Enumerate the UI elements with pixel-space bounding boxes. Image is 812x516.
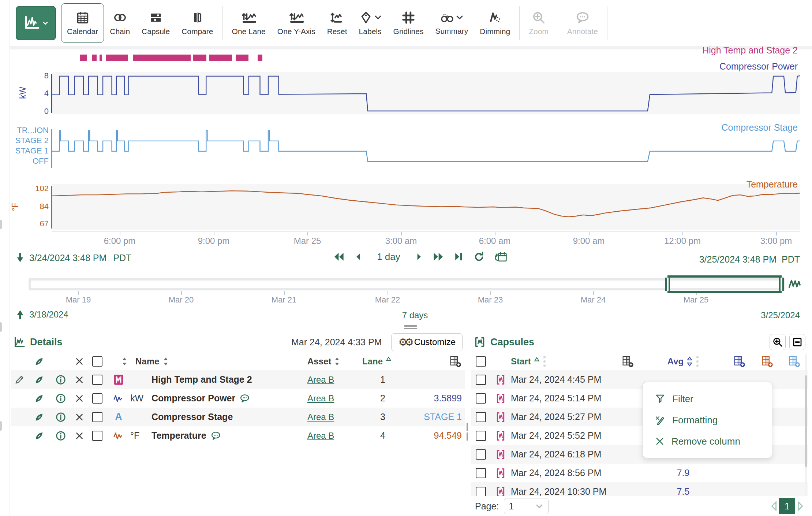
item-name[interactable]: Compressor Stage [151, 408, 307, 426]
toolbar-calendar[interactable]: Calendar [61, 3, 104, 43]
toolbar-summary[interactable]: Summary [429, 3, 474, 43]
lane-label-compressor-power[interactable]: Compressor Power [719, 61, 798, 72]
lane-series-compressor-power[interactable] [52, 72, 800, 114]
capsule-bar[interactable] [80, 55, 87, 61]
details-row-high-temp-and-stage-2[interactable]: High Temp and Stage 2 Area B 1 [11, 370, 465, 389]
edit-pencil-icon[interactable] [11, 370, 28, 389]
remove-item-icon[interactable] [71, 389, 88, 408]
toolbar-capsule[interactable]: Capsule [136, 3, 176, 43]
page-next-button[interactable] [797, 501, 804, 511]
annotation-icon[interactable] [240, 393, 251, 404]
capsule-checkbox[interactable] [476, 487, 486, 497]
customize-button[interactable]: ⚙⚙ Customize [391, 333, 463, 351]
arrow-down-icon[interactable] [15, 252, 25, 264]
send-item-icon[interactable] [28, 408, 50, 426]
left-rail-handle[interactable] [0, 220, 2, 229]
lane-series-temperature[interactable] [52, 184, 800, 230]
overview-signal-icon[interactable] [787, 278, 803, 290]
toolbar-zoom[interactable]: Zoom [523, 3, 554, 43]
column-header-name[interactable]: Name [130, 353, 307, 370]
investigate-start-text[interactable]: 3/18/2024 [29, 309, 68, 320]
range-start-text[interactable]: 3/24/2024 3:48 PM [29, 253, 106, 263]
row-checkbox[interactable] [92, 393, 102, 404]
refresh-icon[interactable] [473, 250, 485, 263]
selection-right-handle[interactable] [779, 278, 784, 291]
capsule-bar[interactable] [100, 55, 102, 61]
remove-all-icon[interactable] [71, 353, 88, 370]
column-menu-icon[interactable] [696, 356, 699, 367]
capsules-scrollbar-thumb[interactable] [805, 375, 807, 467]
page-current[interactable]: 1 [779, 498, 795, 514]
toolbar-one-lane[interactable]: One Lane [226, 3, 272, 43]
page-size-select[interactable]: 1 [504, 498, 549, 514]
row-checkbox[interactable] [92, 375, 102, 385]
add-column-power-icon[interactable] [726, 353, 753, 370]
lane-series-compressor-stage[interactable] [52, 127, 800, 169]
step-forward-button[interactable] [414, 251, 424, 263]
info-icon[interactable] [50, 408, 71, 426]
column-header-asset[interactable]: Asset [307, 353, 362, 370]
capsule-bar[interactable] [133, 55, 191, 61]
remove-item-icon[interactable] [71, 408, 88, 426]
column-menu-icon[interactable] [543, 356, 546, 367]
selection-left-handle[interactable] [665, 278, 670, 291]
capsule-bar[interactable] [193, 55, 206, 61]
capsule-checkbox[interactable] [476, 431, 486, 441]
range-duration[interactable]: 1 day [377, 251, 400, 263]
left-rail-handle[interactable] [0, 421, 2, 431]
capsule-bar[interactable] [106, 55, 128, 61]
toolbar-annotate[interactable]: Annotate [561, 3, 604, 43]
details-row-temperature[interactable]: °F Temperature Area B 4 94.549 [11, 426, 465, 445]
edit-pencil-icon[interactable] [11, 408, 28, 426]
send-all-icon[interactable] [28, 353, 50, 370]
menu-item-formatting[interactable]: Formatting [643, 409, 772, 431]
details-row-compressor-stage[interactable]: A Compressor Stage Area B 3 STAGE 1 [11, 408, 465, 426]
investigate-range-duration[interactable]: 7 days [378, 310, 452, 320]
left-rail-handle[interactable] [0, 322, 2, 332]
item-name[interactable]: Compressor Power [151, 389, 307, 408]
info-icon[interactable] [50, 370, 71, 389]
item-name[interactable]: Temperature [151, 426, 307, 445]
capsules-collapse-button[interactable] [789, 334, 805, 350]
select-all-capsules-checkbox[interactable] [476, 356, 486, 367]
toolbar-chain[interactable]: Chain [104, 3, 136, 43]
row-checkbox[interactable] [92, 431, 102, 441]
capsule-bar[interactable] [209, 55, 232, 61]
add-column-temperature-icon[interactable] [753, 353, 781, 370]
row-checkbox[interactable] [92, 412, 102, 422]
menu-item-filter[interactable]: Filter [643, 388, 772, 409]
edit-pencil-icon[interactable] [11, 426, 28, 445]
arrow-up-icon[interactable] [15, 309, 25, 320]
item-asset-link[interactable]: Area B [307, 408, 362, 426]
toolbar-one-y-axis[interactable]: One Y-Axis [272, 3, 321, 43]
info-icon[interactable] [50, 389, 71, 408]
annotation-icon[interactable] [211, 431, 222, 441]
page-prev-button[interactable] [770, 501, 778, 511]
capsule-checkbox[interactable] [476, 468, 486, 478]
vertical-splitter[interactable] [465, 331, 471, 516]
capsule-bar[interactable] [236, 55, 248, 61]
toolbar-gridlines[interactable]: Gridlines [388, 3, 430, 43]
capsule-bar[interactable] [92, 55, 97, 61]
step-back-half-button[interactable] [333, 251, 345, 263]
remove-item-icon[interactable] [71, 370, 88, 389]
step-forward-half-button[interactable] [433, 251, 444, 263]
column-header-lane[interactable]: Lane [362, 353, 403, 370]
capsule-checkbox[interactable] [476, 393, 486, 404]
details-row-compressor-power[interactable]: kW Compressor Power Area B 2 3.5899 [11, 389, 465, 408]
range-end-text[interactable]: 3/25/2024 3:48 PM [699, 254, 777, 265]
remove-item-icon[interactable] [71, 426, 88, 445]
toolbar-reset[interactable]: Reset [321, 3, 353, 43]
investigate-range-end[interactable]: 3/25/2024 [761, 310, 800, 320]
column-header-avg[interactable]: Avg [641, 353, 726, 370]
item-name[interactable]: High Temp and Stage 2 [151, 370, 307, 389]
item-asset-link[interactable]: Area B [307, 426, 362, 445]
capsule-checkbox[interactable] [476, 412, 486, 422]
menu-item-remove-column[interactable]: Remove column [643, 431, 772, 452]
select-all-checkbox[interactable] [92, 356, 102, 367]
capsule-bar[interactable] [258, 55, 262, 61]
add-column-icon[interactable] [615, 353, 641, 370]
capsules-zoom-button[interactable] [770, 334, 786, 350]
add-column-icon[interactable] [403, 353, 465, 370]
toolbar-labels[interactable]: Labels [353, 3, 388, 43]
